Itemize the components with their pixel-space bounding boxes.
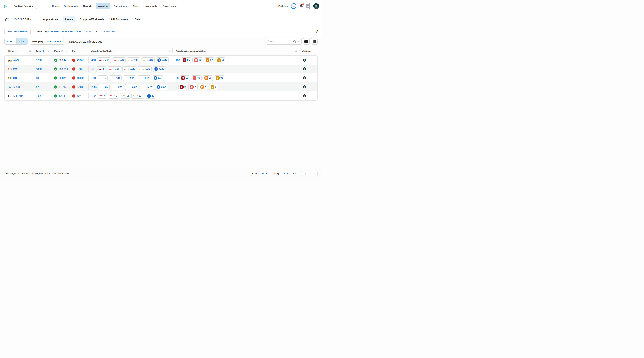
clear-search-icon[interactable]: ✕	[298, 40, 300, 43]
alerts-medium-badge[interactable]: 2.9K	[122, 66, 136, 72]
vuln-critical-badge[interactable]: C 3	[178, 84, 188, 90]
column-drag-handle[interactable]	[295, 50, 297, 52]
alerts-total-link[interactable]: 122	[92, 95, 96, 97]
column-drag-handle[interactable]	[48, 50, 49, 52]
pass-count-link[interactable]: 380,818	[59, 68, 68, 71]
cloud-name-link[interactable]: OCI	[13, 68, 18, 71]
pass-count-link[interactable]: 94,707	[59, 86, 66, 88]
ai-assistant-button[interactable]: AI	[306, 4, 310, 8]
search-icon[interactable]	[293, 40, 296, 43]
vuln-critical-badge[interactable]: C 55	[181, 58, 192, 63]
tab-assets[interactable]: Assets	[62, 16, 75, 22]
cloud-name-link[interactable]: GCP	[13, 77, 18, 80]
cloud-name-link[interactable]: AZURE	[13, 86, 22, 88]
alerts-critical-badge[interactable]: 0	[97, 93, 107, 99]
tab-data[interactable]: Data	[133, 16, 142, 22]
vuln-high-badge[interactable]: H 33	[191, 75, 202, 81]
alerts-medium-badge[interactable]: 2	[120, 93, 130, 99]
alerts-medium-badge[interactable]: 1.2K	[125, 84, 139, 90]
vulns-total-link[interactable]: 103	[176, 59, 180, 62]
total-count-link[interactable]: 386K	[36, 68, 42, 71]
nav-item-investigate[interactable]: Investigate	[143, 3, 159, 9]
nav-item-home[interactable]: Home	[50, 3, 60, 9]
remove-filter-icon[interactable]: ✕	[95, 30, 98, 33]
total-count-link[interactable]: 97K	[36, 86, 40, 88]
alerts-info-badge[interactable]: i 4.5K	[153, 66, 166, 72]
alerts-low-badge[interactable]: 1.7K	[138, 66, 152, 72]
vulns-total-link[interactable]: 7	[176, 86, 177, 88]
vuln-high-badge[interactable]: H 72	[192, 58, 203, 63]
page-select[interactable]: 1	[282, 171, 290, 176]
cards-view-button[interactable]: Cards	[5, 39, 16, 44]
fail-count-link[interactable]: 2,431	[77, 86, 83, 88]
column-header-total[interactable]: Total	[33, 48, 51, 54]
fail-count-link[interactable]: 122	[77, 95, 81, 97]
alerts-low-badge[interactable]: 25K	[141, 58, 155, 63]
search-input[interactable]	[268, 40, 292, 43]
vuln-low-badge[interactable]: L 59	[216, 58, 226, 63]
product-switcher[interactable]: Runtime Security	[9, 3, 37, 9]
tab-api-endpoints[interactable]: API Endpoints	[109, 16, 130, 22]
pass-count-link[interactable]: 79,831	[59, 77, 66, 80]
alerts-high-badge[interactable]: 424	[109, 75, 122, 81]
total-count-link[interactable]: 98K	[36, 77, 40, 80]
next-page-button[interactable]: ›	[311, 171, 318, 176]
alerts-critical-badge[interactable]: 6	[97, 75, 108, 81]
tab-applications[interactable]: Applications	[41, 16, 60, 22]
column-drag-handle[interactable]	[169, 50, 171, 52]
table-view-button[interactable]: Table	[16, 39, 28, 44]
vuln-low-badge[interactable]: L 32	[214, 75, 225, 81]
alerts-total-link[interactable]: 5K	[92, 68, 95, 71]
alerts-total-link[interactable]: 49K	[92, 59, 96, 62]
download-button[interactable]: ↓	[303, 38, 310, 45]
vuln-high-badge[interactable]: H 7	[188, 84, 198, 90]
pass-count-link[interactable]: 1,444	[59, 95, 65, 97]
add-filter-button[interactable]: Add Filter	[104, 30, 115, 33]
alerts-critical-badge[interactable]: 6.1K	[97, 58, 111, 63]
column-drag-handle[interactable]	[29, 50, 31, 52]
previous-page-button[interactable]: ‹	[302, 171, 309, 176]
column-header-assets-with-alerts[interactable]: Assets with Alerts	[88, 48, 172, 54]
alerts-info-badge[interactable]: i 20	[146, 93, 156, 99]
alerts-high-badge[interactable]: 337	[111, 84, 124, 90]
group-by-select[interactable]: Group By: Cloud Type	[30, 38, 64, 45]
vulns-total-link[interactable]: 33	[176, 77, 178, 80]
notifications-button[interactable]	[299, 4, 303, 9]
cloud-type-filter-chip[interactable]: Cloud Type Alibaba Cloud, AWS, Azure, GC…	[33, 29, 100, 35]
nav-item-compliance[interactable]: Compliance	[112, 3, 129, 9]
reset-filters-icon[interactable]: ↺	[315, 30, 318, 33]
alerts-info-badge[interactable]: i 1.1K	[155, 84, 168, 90]
column-drag-handle[interactable]	[66, 50, 67, 52]
alerts-high-badge[interactable]: 0	[108, 93, 119, 99]
alerts-low-badge[interactable]: 117	[131, 93, 144, 99]
usage-ring[interactable]: 81%	[291, 3, 296, 9]
cloud-name-link[interactable]: ALIBABA	[13, 95, 24, 97]
nav-item-governance[interactable]: Governance	[161, 3, 178, 9]
cloud-name-link[interactable]: AWS	[13, 59, 19, 62]
fail-count-link[interactable]: 18,018	[77, 77, 84, 80]
total-count-link[interactable]: 1.6K	[36, 95, 41, 97]
row-actions-info-button[interactable]: i	[303, 77, 306, 80]
alerts-info-badge[interactable]: i 15K	[152, 75, 164, 81]
vuln-medium-badge[interactable]: M 33	[203, 75, 213, 81]
vuln-medium-badge[interactable]: M 67	[204, 58, 214, 63]
pass-count-link[interactable]: 926,441	[59, 59, 68, 62]
alerts-medium-badge[interactable]: 19K	[127, 58, 140, 63]
alerts-medium-badge[interactable]: 944	[123, 75, 136, 81]
tab-compute-workloads[interactable]: Compute Workloads	[78, 16, 106, 22]
fail-count-link[interactable]: 5,000	[77, 68, 83, 71]
column-settings-button[interactable]	[311, 38, 318, 45]
fail-count-link[interactable]: 49,378	[77, 59, 84, 62]
column-header-assets-with-vulnerabilities[interactable]: Assets with Vulnerabilities	[172, 48, 299, 54]
row-actions-info-button[interactable]: i	[303, 85, 306, 88]
nav-item-reports[interactable]: Reports	[81, 3, 94, 9]
column-header-pass[interactable]: Pass	[51, 48, 69, 54]
rows-per-page-select[interactable]: 25	[260, 171, 269, 176]
nav-item-alerts[interactable]: Alerts	[131, 3, 142, 9]
column-drag-handle[interactable]	[85, 50, 86, 52]
vuln-medium-badge[interactable]: M 4	[199, 84, 208, 90]
alerts-low-badge[interactable]: 4.4K	[137, 75, 151, 81]
row-actions-info-button[interactable]: i	[303, 94, 306, 97]
alerts-critical-badge[interactable]: 0	[96, 66, 106, 72]
alerts-total-link[interactable]: 2.4K	[92, 86, 97, 88]
